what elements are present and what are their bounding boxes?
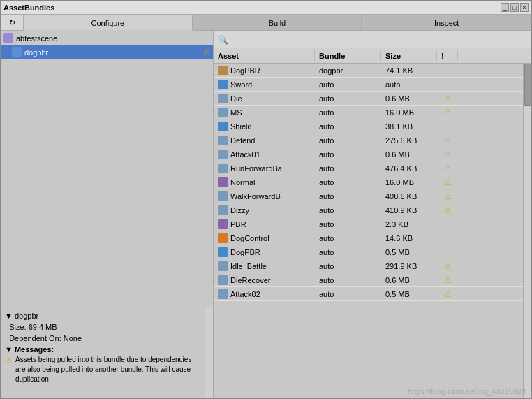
- anim-asset-icon: [218, 275, 228, 285]
- maximize-button[interactable]: □: [510, 3, 519, 12]
- table-row[interactable]: DogPBRdogpbr74.1 KB: [214, 64, 523, 78]
- size-cell: 275.6 KB: [381, 136, 437, 145]
- warning-icon: ⚠: [202, 48, 210, 57]
- asset-cell: Dizzy: [214, 205, 315, 215]
- asset-cell: Idle_Battle: [214, 261, 315, 271]
- asset-name: MS: [230, 108, 242, 117]
- warn-cell: ⚠: [437, 289, 458, 299]
- warn-cell: ⚠: [437, 191, 458, 201]
- tree-view: abtestscenedogpbr⚠: [1, 31, 213, 307]
- tab-configure[interactable]: Configure: [23, 15, 193, 31]
- search-bar: 🔍: [214, 31, 531, 48]
- table-row[interactable]: Attack02auto0.5 MB⚠: [214, 287, 523, 301]
- tree-item-abtestscene[interactable]: abtestscene: [1, 31, 213, 45]
- table-row[interactable]: MSauto16.0 MB⚠: [214, 106, 523, 119]
- col-header-size: Size: [381, 50, 437, 61]
- anim-asset-icon: [218, 289, 228, 299]
- size-cell: 14.6 KB: [381, 234, 437, 242]
- table-row[interactable]: WalkForwardBauto408.6 KB⚠: [214, 189, 523, 203]
- size-cell: 410.9 KB: [381, 206, 437, 215]
- bundle-cell: auto: [315, 136, 381, 145]
- asset-name: DieRecover: [230, 276, 270, 284]
- asset-cell: RunForwardBa: [214, 164, 315, 173]
- table-row[interactable]: Shieldauto38.1 KB: [214, 119, 523, 133]
- table-row[interactable]: PBRauto2.3 KB: [214, 217, 523, 231]
- size-cell: 408.6 KB: [381, 192, 437, 201]
- col-header-bundle: Bundle: [315, 50, 381, 61]
- anim-asset-icon: [218, 191, 228, 201]
- table-row[interactable]: Swordautoauto: [214, 78, 523, 92]
- refresh-icon: ↻: [9, 18, 15, 27]
- title-bar: AssetBundles _ □ ×: [1, 1, 531, 15]
- table-row[interactable]: Attack01auto0.6 MB⚠: [214, 147, 523, 161]
- asset-cell: Shield: [214, 122, 315, 131]
- tree-item-label: dogpbr: [24, 48, 48, 57]
- anim-asset-icon: [218, 108, 228, 117]
- size-cell: 74.1 KB: [381, 66, 437, 75]
- tab-row: ↻ Configure Build Inspect: [1, 15, 531, 31]
- warn-cell: ⚠: [437, 150, 458, 159]
- size-cell: 0.5 MB: [381, 248, 437, 256]
- table-scroll-area: DogPBRdogpbr74.1 KBSwordautoautoDieauto0…: [214, 64, 531, 398]
- asset-cell: Sword: [214, 80, 315, 89]
- dependent-label: Dependent On:: [9, 334, 61, 342]
- asset-name: DogPBR: [230, 66, 260, 75]
- tex-asset-icon: [218, 66, 228, 75]
- warn-cell: ⚠: [437, 164, 458, 173]
- asset-name: Dizzy: [230, 206, 249, 215]
- bundle-cell: auto: [315, 234, 381, 242]
- table-row[interactable]: Idle_Battleauto291.9 KB⚠: [214, 259, 523, 273]
- size-value: 69.4 MB: [29, 323, 57, 331]
- asset-cell: Defend: [214, 136, 315, 145]
- tab-inspect-label: Inspect: [434, 19, 459, 27]
- table-row[interactable]: Dieauto0.6 MB⚠: [214, 92, 523, 106]
- anim-asset-icon: [218, 94, 228, 103]
- search-input[interactable]: [231, 36, 527, 44]
- table-scrollbar[interactable]: [523, 64, 531, 398]
- bundle-info-content: ▼ dogpbr Size: 69.4 MB Dependent On: Non…: [1, 307, 205, 398]
- bundle-cell: auto: [315, 192, 381, 201]
- minimize-button[interactable]: _: [501, 3, 509, 12]
- asset-cell: DogPBR: [214, 247, 315, 257]
- bundle-cell: auto: [315, 248, 381, 256]
- asset-cell: WalkForwardB: [214, 191, 315, 201]
- scene-icon: [3, 33, 13, 44]
- bundle-cell: auto: [315, 150, 381, 159]
- anim-asset-icon: [218, 164, 228, 173]
- search-icon: 🔍: [218, 35, 228, 45]
- bundle-name-row: ▼ dogpbr: [5, 310, 200, 321]
- size-cell: 476.4 KB: [381, 164, 437, 173]
- size-row: Size: 69.4 MB: [5, 321, 200, 333]
- size-cell: 16.0 MB: [381, 108, 437, 117]
- table-row[interactable]: Dizzyauto410.9 KB⚠: [214, 203, 523, 217]
- 3d-asset-icon: [218, 247, 228, 257]
- tab-inspect[interactable]: Inspect: [362, 15, 531, 31]
- dependent-value: None: [64, 334, 82, 342]
- bundle-cell: auto: [315, 290, 381, 298]
- bottom-scrollbar[interactable]: [205, 307, 213, 398]
- warn-cell: ⚠: [437, 261, 458, 271]
- tab-configure-label: Configure: [91, 19, 124, 27]
- table-row[interactable]: DogControlauto14.6 KB: [214, 231, 523, 245]
- table-row[interactable]: RunForwardBaauto476.4 KB⚠: [214, 161, 523, 175]
- size-cell: 291.9 KB: [381, 262, 437, 270]
- scrollbar-thumb[interactable]: [524, 64, 531, 106]
- asset-name: PBR: [230, 220, 246, 228]
- close-button[interactable]: ×: [520, 3, 529, 12]
- dependent-row: Dependent On: None: [5, 333, 200, 344]
- tab-build[interactable]: Build: [193, 15, 362, 31]
- refresh-button[interactable]: ↻: [1, 15, 23, 31]
- table-row[interactable]: Normalauto16.0 MB⚠: [214, 175, 523, 189]
- bundle-cell: auto: [315, 206, 381, 215]
- asset-name: Attack02: [230, 290, 260, 298]
- table-row[interactable]: DieRecoverauto0.6 MB⚠: [214, 273, 523, 287]
- tree-item-dogpbr[interactable]: dogpbr⚠: [1, 45, 213, 59]
- asset-name: WalkForwardB: [230, 192, 281, 201]
- asset-cell: DieRecover: [214, 275, 315, 285]
- warn-cell: ⚠: [437, 108, 458, 117]
- asset-name: Shield: [230, 122, 252, 131]
- table-row[interactable]: Defendauto275.6 KB⚠: [214, 133, 523, 147]
- table-row[interactable]: DogPBRauto0.5 MB: [214, 245, 523, 259]
- asset-name: Die: [230, 94, 242, 103]
- warn-cell: ⚠: [437, 205, 458, 215]
